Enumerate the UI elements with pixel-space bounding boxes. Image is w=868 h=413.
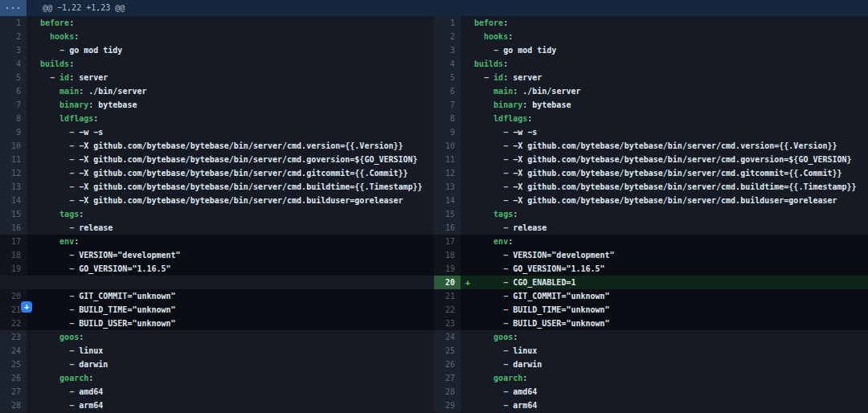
- diff-row: 12 − −X github.com/bytebase/bytebase/bin…: [434, 166, 868, 180]
- code-line: − −X github.com/bytebase/bytebase/bin/se…: [27, 166, 434, 180]
- line-number: 14: [434, 194, 461, 207]
- code-line: − −w −s: [461, 125, 868, 139]
- code-line: − BUILD_TIME="unknown": [461, 303, 868, 317]
- hunk-header-text: @@ −1,22 +1,23 @@: [27, 0, 125, 16]
- line-number: 4: [0, 57, 27, 71]
- line-number: 19: [0, 262, 27, 276]
- code-line: builds:: [27, 57, 434, 71]
- diff-row: 13 − −X github.com/bytebase/bytebase/bin…: [0, 180, 434, 194]
- diff-row: 10 − −X github.com/bytebase/bytebase/bin…: [434, 139, 868, 153]
- diff-row: 24 − linux: [0, 344, 434, 358]
- diff-row: 28 − amd64: [434, 385, 868, 399]
- diff-row: 4builds:: [0, 57, 434, 71]
- code-line: goos:: [461, 330, 868, 344]
- line-number: 10: [0, 139, 27, 153]
- diff-row: 3 − go mod tidy: [434, 43, 868, 57]
- diff-pane-new: 1before:2 hooks:3 − go mod tidy4builds:5…: [434, 16, 868, 413]
- code-line: hooks:: [27, 30, 434, 43]
- diff-row: 4builds:: [434, 57, 868, 71]
- diff-row: 27 goarch:: [434, 371, 868, 385]
- line-number: 9: [0, 125, 27, 139]
- code-line: − −X github.com/bytebase/bytebase/bin/se…: [461, 153, 868, 166]
- diff-row: 15 tags:: [0, 207, 434, 221]
- code-line: − −w −s: [27, 125, 434, 139]
- diff-row: 28 − arm64: [0, 399, 434, 412]
- diff-row: 1before:: [434, 16, 868, 30]
- diff-row: 16 − release: [0, 221, 434, 235]
- code-line: − BUILD_TIME="unknown": [27, 303, 434, 317]
- code-line: binary: bytebase: [461, 98, 868, 112]
- line-number: 8: [434, 112, 461, 125]
- line-number: 28: [0, 399, 27, 412]
- code-line: − −X github.com/bytebase/bytebase/bin/se…: [461, 166, 868, 180]
- line-number: 12: [0, 166, 27, 180]
- code-line: − id: server: [461, 71, 868, 84]
- code-line: − −X github.com/bytebase/bytebase/bin/se…: [27, 139, 434, 153]
- code-line: − arm64: [27, 399, 434, 412]
- code-line: builds:: [461, 57, 868, 71]
- add-comment-button[interactable]: +: [21, 301, 32, 313]
- line-number: 5: [434, 71, 461, 84]
- code-line: goos:: [27, 330, 434, 344]
- line-number: 18: [434, 248, 461, 262]
- code-line: − BUILD_USER="unknown": [461, 317, 868, 330]
- code-line: main: ./bin/server: [461, 84, 868, 98]
- diff-row: 5 − id: server: [0, 71, 434, 84]
- code-line: − −X github.com/bytebase/bytebase/bin/se…: [27, 180, 434, 194]
- code-line: ldflags:: [27, 112, 434, 125]
- diff-row: 25 − linux: [434, 344, 868, 358]
- line-number: 23: [434, 317, 461, 330]
- line-number: 29: [434, 399, 461, 412]
- code-line: main: ./bin/server: [27, 84, 434, 98]
- diff-row: 9 − −w −s: [434, 125, 868, 139]
- diff-row: 25 − darwin: [0, 358, 434, 371]
- line-number: 28: [434, 385, 461, 399]
- diff-row: 7 binary: bytebase: [434, 98, 868, 112]
- code-line: − go mod tidy: [27, 43, 434, 57]
- diff-row: 6 main: ./bin/server: [434, 84, 868, 98]
- diff-row: 22 − BUILD_TIME="unknown": [434, 303, 868, 317]
- line-number: 15: [434, 207, 461, 221]
- line-number: 22: [0, 317, 27, 330]
- line-number: 8: [0, 112, 27, 125]
- diff-view: ... @@ −1,22 +1,23 @@ 1before:2 hooks:3 …: [0, 0, 868, 413]
- diff-row: 23 − BUILD_USER="unknown": [434, 317, 868, 330]
- diff-pane-old: 1before:2 hooks:3 − go mod tidy4builds:5…: [0, 16, 434, 413]
- diff-row: 22 − BUILD_USER="unknown": [0, 317, 434, 330]
- diff-row: 26 − darwin: [434, 358, 868, 371]
- line-number: 12: [434, 166, 461, 180]
- code-line: − amd64: [461, 385, 868, 399]
- code-line: hooks:: [461, 30, 868, 43]
- line-number: 10: [434, 139, 461, 153]
- code-line: − darwin: [461, 358, 868, 371]
- line-number: 3: [434, 43, 461, 57]
- diff-row: 19 − GO_VERSION="1.16.5": [0, 262, 434, 276]
- line-number: 4: [434, 57, 461, 71]
- line-number: 7: [0, 98, 27, 112]
- diff-row: 17 env:: [434, 235, 868, 248]
- line-number: 25: [0, 358, 27, 371]
- code-line: − amd64: [27, 385, 434, 399]
- expand-hunk-button[interactable]: ...: [0, 0, 27, 16]
- diff-row: 18 − VERSION="development": [434, 248, 868, 262]
- code-line: tags:: [461, 207, 868, 221]
- line-number: 7: [434, 98, 461, 112]
- code-line: env:: [461, 235, 868, 248]
- code-line: − GO_VERSION="1.16.5": [461, 262, 868, 276]
- line-number: 2: [434, 30, 461, 43]
- line-number: 22: [434, 303, 461, 317]
- line-number: 3: [0, 43, 27, 57]
- line-number: 6: [434, 84, 461, 98]
- diff-row: 7 binary: bytebase: [0, 98, 434, 112]
- diff-row: 20 − CGO_ENABLED=1+: [434, 276, 868, 289]
- line-number: 21: [434, 289, 461, 303]
- line-number: 2: [0, 30, 27, 43]
- code-line: − arm64: [461, 399, 868, 412]
- line-number: 25: [434, 344, 461, 358]
- code-line: − release: [27, 221, 434, 235]
- diff-row: 20 − GIT_COMMIT="unknown": [0, 289, 434, 303]
- code-line: ldflags:: [461, 112, 868, 125]
- line-number: 17: [434, 235, 461, 248]
- line-number: 17: [0, 235, 27, 248]
- line-number: 16: [434, 221, 461, 235]
